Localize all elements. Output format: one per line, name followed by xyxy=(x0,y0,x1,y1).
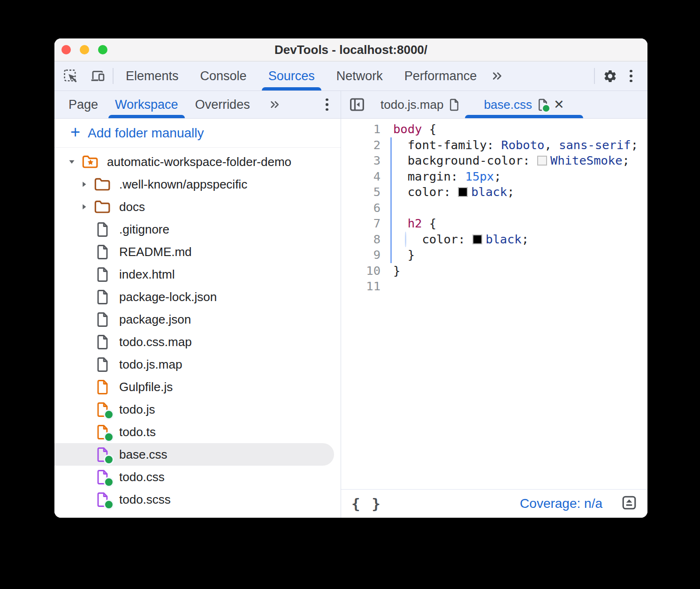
tree-item-base-css[interactable]: base.css xyxy=(54,443,334,466)
sidebar-tab-overrides[interactable]: Overrides xyxy=(195,91,250,118)
line-number[interactable]: 10 xyxy=(341,263,380,279)
tree-item-todo-js[interactable]: todo.js xyxy=(54,398,341,421)
tab-network[interactable]: Network xyxy=(336,61,383,91)
tree-item-readme-md[interactable]: README.md xyxy=(54,241,341,263)
screenshot-background: { "window": { "title": "DevTools - local… xyxy=(0,0,700,589)
line-number[interactable]: 9 xyxy=(341,247,380,263)
sidebar-tab-label: Workspace xyxy=(115,98,178,112)
minimize-window-button[interactable] xyxy=(80,45,89,54)
line-number[interactable]: 2 xyxy=(341,137,380,153)
pretty-print-icon[interactable]: { } xyxy=(351,495,382,512)
more-options-icon[interactable] xyxy=(624,68,638,83)
line-number[interactable]: 11 xyxy=(341,279,380,294)
file-icon xyxy=(94,469,111,485)
tree-item-docs[interactable]: docs xyxy=(54,196,341,218)
modified-dot xyxy=(104,454,114,465)
more-tabs-chevron-icon[interactable] xyxy=(268,98,281,111)
tree-item-label: todo.css xyxy=(119,470,165,484)
tree-item-package-lock-json[interactable]: package-lock.json xyxy=(54,286,341,308)
line-number[interactable]: 8 xyxy=(341,232,380,248)
gear-icon[interactable] xyxy=(602,68,617,83)
expand-arrow-icon[interactable] xyxy=(77,181,91,188)
tab-sources[interactable]: Sources xyxy=(268,61,315,91)
tab-elements[interactable]: Elements xyxy=(126,61,179,91)
file-icon xyxy=(538,98,548,111)
sidebar-tab-label: Page xyxy=(68,98,98,112)
tree-item-todo-js-map[interactable]: todo.js.map xyxy=(54,353,341,376)
coverage-link[interactable]: Coverage: n/a xyxy=(520,496,602,511)
more-panels-chevron-icon[interactable] xyxy=(490,69,504,83)
zoom-window-button[interactable] xyxy=(98,45,107,54)
show-source-icon[interactable] xyxy=(621,495,637,513)
line-content: background-color: WhiteSmoke; xyxy=(393,153,630,169)
sidebar-tab-page[interactable]: Page xyxy=(68,91,98,118)
tab-label: Performance xyxy=(404,69,477,83)
tree-item-label: .gitignore xyxy=(119,222,169,237)
expand-arrow-icon[interactable] xyxy=(77,203,91,211)
line-number[interactable]: 6 xyxy=(341,200,380,216)
editor-tab-todo-js-map[interactable]: todo.js.map xyxy=(368,91,472,118)
tab-console[interactable]: Console xyxy=(200,61,247,91)
code-line: 9 } xyxy=(341,247,647,263)
window-title: DevTools - localhost:8000/ xyxy=(274,43,427,57)
file-icon xyxy=(94,222,111,237)
sidebar-tab-workspace[interactable]: Workspace xyxy=(115,91,178,118)
editor-tab-base-css[interactable]: base.css✕ xyxy=(472,91,576,118)
color-swatch[interactable] xyxy=(458,187,468,197)
line-number[interactable]: 5 xyxy=(341,184,380,200)
modified-dot xyxy=(104,432,114,442)
tree-item-label: todo.js xyxy=(119,402,155,417)
code-editor[interactable]: 1body {2 font-family: Roboto, sans-serif… xyxy=(341,119,647,489)
file-icon xyxy=(94,379,111,395)
file-icon xyxy=(449,98,459,111)
editor-status-bar: { } Coverage: n/a xyxy=(341,489,647,518)
line-number[interactable]: 3 xyxy=(341,153,380,169)
tree-item-index-html[interactable]: index.html xyxy=(54,263,341,286)
tab-label: Network xyxy=(336,69,383,83)
code-line: 7 h2 { xyxy=(341,216,647,232)
modified-dot xyxy=(104,499,114,510)
panel-body: PageWorkspaceOverrides + Add folder manu… xyxy=(54,91,647,518)
panel-tabs: ElementsConsoleSourcesNetworkPerformance xyxy=(126,61,477,91)
line-number[interactable]: 1 xyxy=(341,121,380,137)
file-icon xyxy=(94,267,111,282)
line-number[interactable]: 4 xyxy=(341,169,380,185)
tree-item-label: base.css xyxy=(119,447,167,462)
tree-item-gulpfile-js[interactable]: Gulpfile.js xyxy=(54,376,341,398)
editor-tab-label: base.css xyxy=(484,98,532,112)
tree-item-todo-scss[interactable]: todo.scss xyxy=(54,488,341,511)
color-swatch[interactable] xyxy=(537,156,547,166)
code-line: 11 xyxy=(341,279,647,294)
collapse-arrow-icon[interactable] xyxy=(65,158,79,166)
toggle-navigator-icon[interactable] xyxy=(350,97,365,112)
line-number[interactable]: 7 xyxy=(341,216,380,232)
add-folder-button[interactable]: + Add folder manually xyxy=(54,119,341,148)
line-content: h2 { xyxy=(393,216,436,232)
file-icon xyxy=(94,447,111,462)
tree-item-automatic-workspace-folder-demo[interactable]: automatic-workspace-folder-demo xyxy=(54,151,341,173)
color-swatch[interactable] xyxy=(472,234,482,244)
titlebar[interactable]: DevTools - localhost:8000/ xyxy=(54,38,647,61)
tree-item-well-known-appspecific[interactable]: .well-known/appspecific xyxy=(54,173,341,196)
active-tab-underline xyxy=(262,87,321,91)
editor-pane: todo.js.mapbase.css✕ 1body {2 font-famil… xyxy=(341,91,647,518)
tree-item-todo-css[interactable]: todo.css xyxy=(54,466,341,488)
tree-item-todo-css-map[interactable]: todo.css.map xyxy=(54,331,341,353)
plus-icon: + xyxy=(70,124,80,141)
main-toolbar: ElementsConsoleSourcesNetworkPerformance xyxy=(54,61,647,91)
tree-item-gitignore[interactable]: .gitignore xyxy=(54,218,341,241)
tree-item-package-json[interactable]: package.json xyxy=(54,308,341,331)
device-toolbar-icon[interactable] xyxy=(90,68,105,83)
tab-label: Elements xyxy=(126,69,179,83)
close-tab-icon[interactable]: ✕ xyxy=(554,98,564,111)
more-options-icon[interactable] xyxy=(320,97,334,112)
tab-performance[interactable]: Performance xyxy=(404,61,477,91)
tree-item-label: todo.js.map xyxy=(119,357,182,372)
tree-item-todo-ts[interactable]: todo.ts xyxy=(54,421,341,443)
inspect-icon[interactable] xyxy=(63,68,78,83)
line-content: color: black; xyxy=(393,232,529,248)
toolbar-right xyxy=(586,68,638,84)
workspace-folder-icon xyxy=(82,155,99,169)
close-window-button[interactable] xyxy=(61,45,71,54)
line-content: color: black; xyxy=(393,184,514,200)
